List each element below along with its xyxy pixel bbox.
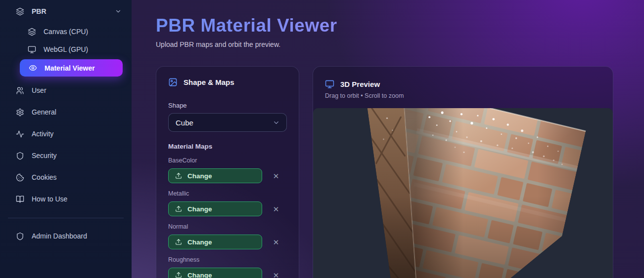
change-basecolor-button[interactable]: Change [168,168,262,183]
map-row-basecolor: Change ✕ [168,168,287,183]
sidebar-item-label: How to Use [32,195,67,203]
chevron-down-icon [115,8,122,15]
chevron-down-icon [273,119,280,126]
layers-icon [16,7,24,16]
map-label-basecolor: BaseColor [168,157,287,164]
shape-maps-panel: Shape & Maps Shape Cube Material Maps Ba… [156,66,299,278]
page-subtitle: Upload PBR maps and orbit the preview. [156,40,644,48]
remove-metallic-button[interactable]: ✕ [270,203,282,215]
sidebar-group-label: PBR [32,7,46,15]
change-button-label: Change [187,172,212,180]
gear-icon [16,108,24,117]
sidebar-item-security[interactable]: Security [0,145,132,166]
map-label-roughness: Roughness [168,256,287,263]
sidebar-item-material-viewer[interactable]: Material Viewer [20,59,123,77]
sidebar-items: User General Activity Security Cookies [0,79,132,210]
preview-canvas[interactable] [313,108,613,278]
sidebar-item-label: Activity [32,130,53,138]
remove-roughness-button[interactable]: ✕ [270,269,282,278]
remove-basecolor-button[interactable]: ✕ [270,170,282,182]
shape-select[interactable]: Cube [168,113,287,132]
sidebar-item-cookies[interactable]: Cookies [0,166,132,188]
page-title: PBR Material Viewer [156,15,644,37]
map-row-normal: Change ✕ [168,235,287,249]
remove-normal-button[interactable]: ✕ [270,236,282,248]
change-button-label: Change [187,205,212,213]
monitor-icon [325,79,334,89]
shield-icon [16,152,24,160]
sidebar-item-label: Admin Dashboard [32,232,87,240]
users-icon [16,86,24,95]
panel-title: Shape & Maps [184,78,234,86]
image-icon [168,78,178,87]
sidebar-item-general[interactable]: General [0,101,132,123]
map-row-roughness: Change ✕ [168,268,287,278]
change-metallic-button[interactable]: Change [168,201,262,216]
map-label-normal: Normal [168,223,287,230]
shape-maps-header: Shape & Maps [168,78,287,87]
sidebar-item-label: Cookies [32,173,57,181]
book-open-icon [16,195,24,203]
change-button-label: Change [187,272,212,278]
material-preview-render [313,108,613,278]
sidebar-item-admin-dashboard[interactable]: Admin Dashboard [0,225,132,247]
shape-select-value: Cube [176,119,193,127]
shape-label: Shape [168,102,287,109]
upload-icon [175,238,182,245]
panels-row: Shape & Maps Shape Cube Material Maps Ba… [156,66,644,278]
cookie-icon [16,173,24,182]
sidebar-item-label: Material Viewer [45,64,95,72]
change-button-label: Change [187,238,212,246]
eye-icon [29,64,37,72]
change-roughness-button[interactable]: Change [168,268,262,278]
activity-icon [16,130,24,138]
upload-icon [175,205,182,212]
sidebar-item-label: General [32,108,56,116]
sidebar: PBR Canvas (CPU) WebGL (GPU) Material Vi… [0,0,132,278]
panel-title: 3D Preview [340,80,380,88]
sidebar-item-user[interactable]: User [0,79,132,101]
upload-icon [175,172,182,179]
material-maps-label: Material Maps [168,143,287,150]
preview-panel: 3D Preview Drag to orbit • Scroll to zoo… [313,66,613,278]
map-label-metallic: Metallic [168,190,287,197]
sidebar-item-webgl-gpu[interactable]: WebGL (GPU) [0,40,132,58]
sidebar-item-label: Security [32,152,57,159]
sidebar-group-pbr[interactable]: PBR [0,3,132,20]
sidebar-item-how-to-use[interactable]: How to Use [0,188,132,210]
sidebar-item-activity[interactable]: Activity [0,123,132,145]
sidebar-item-label: User [32,86,46,94]
sidebar-item-label: WebGL (GPU) [44,45,88,53]
sidebar-divider [8,218,124,218]
layers-icon [28,28,36,36]
preview-hint: Drag to orbit • Scroll to zoom [313,92,613,108]
preview-header: 3D Preview [313,67,613,92]
shield-icon [16,232,24,240]
map-row-metallic: Change ✕ [168,201,287,216]
sidebar-item-canvas-cpu[interactable]: Canvas (CPU) [0,23,132,40]
sidebar-sub-list: Canvas (CPU) WebGL (GPU) Material Viewer [0,23,132,77]
monitor-icon [28,45,36,54]
upload-icon [175,272,182,278]
sidebar-item-label: Canvas (CPU) [44,28,88,36]
main-content: PBR Material Viewer Upload PBR maps and … [132,0,644,278]
change-normal-button[interactable]: Change [168,235,262,249]
